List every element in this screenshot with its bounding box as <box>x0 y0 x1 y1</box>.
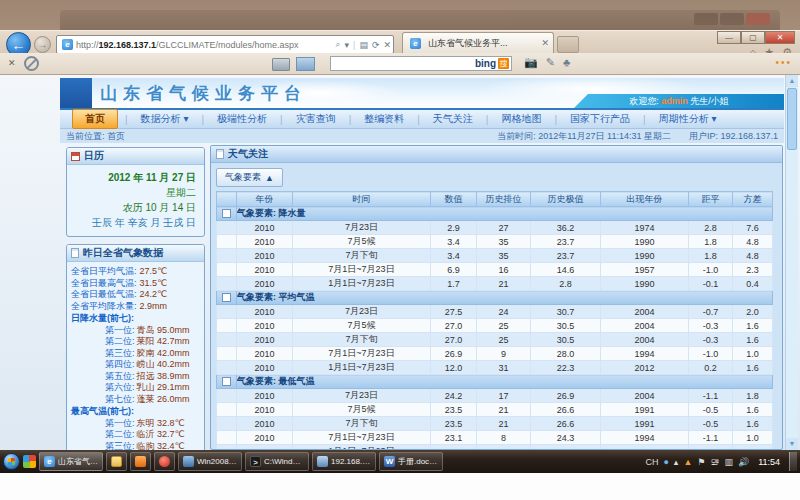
browser-tab[interactable]: e 山东省气候业务平... ✕ <box>402 32 554 53</box>
action-center-flag-icon[interactable]: ⚑ <box>697 457 705 467</box>
volume-icon[interactable]: 🔊 <box>738 457 749 467</box>
row-spacer-cell <box>217 431 237 445</box>
menu-item-首页[interactable]: 首页 <box>72 109 118 129</box>
group-checkbox-cell[interactable] <box>217 375 237 389</box>
search-icon[interactable]: ⌕ <box>335 39 340 50</box>
scroll-down-icon[interactable]: ▼ <box>786 438 798 450</box>
tab-favicon: e <box>410 38 421 49</box>
security-alert-icon[interactable]: ▲ <box>683 457 692 467</box>
table-row[interactable]: 20107月23日27.52430.72004-0.72.0 <box>217 305 773 319</box>
table-row[interactable]: 20107月5候3.43523.719901.84.8 <box>217 235 773 249</box>
page-scrollbar[interactable]: ▲ ▼ <box>785 75 798 450</box>
compatibility-icon[interactable]: ▤ <box>359 40 368 50</box>
tray-expand-icon[interactable]: ▴ <box>674 457 679 467</box>
menu-bar: 首页|数据分析 ▾|极端性分析|灾害查询|整编资料|天气关注|网格地图|国家下行… <box>60 110 784 129</box>
toolbar-close-icon[interactable]: ✕ <box>8 58 16 68</box>
group-checkbox-cell[interactable] <box>217 207 237 221</box>
table-cell: 23.5 <box>431 403 477 417</box>
table-row[interactable]: 20107月23日24.21726.92004-1.11.8 <box>217 389 773 403</box>
rank-label: 第二位: <box>105 336 135 346</box>
network-icon[interactable]: ▥ <box>724 457 733 467</box>
header-cell[interactable]: 年份 <box>237 192 293 207</box>
dropdown-caret-icon[interactable]: ▾ <box>345 40 350 50</box>
header-cell[interactable]: 出现年份 <box>601 192 689 207</box>
group-checkbox-cell[interactable] <box>217 291 237 305</box>
table-cell: 26.6 <box>531 403 601 417</box>
scrollbar-thumb[interactable] <box>787 88 797 150</box>
group-label: 气象要素: 平均气温 <box>237 291 773 305</box>
url-text[interactable]: http://192.168.137.1/GLCCLIMATE/modules/… <box>76 40 335 50</box>
menu-item-周期性分析[interactable]: 周期性分析 ▾ <box>647 110 729 128</box>
address-bar[interactable]: e http://192.168.137.1/GLCCLIMATE/module… <box>56 35 394 54</box>
element-filter-button[interactable]: 气象要素 ▲ <box>216 168 283 187</box>
close-button[interactable]: ✕ <box>765 31 795 44</box>
table-cell: 17 <box>477 389 531 403</box>
taskbar-button-folder[interactable] <box>106 452 127 471</box>
stop-icon[interactable]: ✕ <box>383 40 391 50</box>
menu-item-数据分析[interactable]: 数据分析 ▾ <box>129 110 201 128</box>
taskbar-button-win[interactable]: Win2008 (VS2... <box>178 452 242 471</box>
table-row[interactable]: 20101月1日~7月23日1.7212.81990-0.10.4 <box>217 277 773 291</box>
share-icon[interactable]: ♣ <box>563 56 570 69</box>
panel-icon <box>216 149 224 159</box>
show-desktop-button[interactable] <box>789 452 797 471</box>
language-indicator[interactable]: CH <box>645 457 658 467</box>
checkbox-icon[interactable] <box>222 209 231 218</box>
pinned-app-icon[interactable] <box>23 455 36 468</box>
more-options-icon[interactable]: ••• <box>775 57 792 68</box>
taskbar-clock[interactable]: 11:54 <box>754 457 784 467</box>
table-row[interactable]: 20107月1日~7月23日6.91614.61957-1.02.3 <box>217 263 773 277</box>
header-cell[interactable]: 历史排位 <box>477 192 531 207</box>
background-window-titlebar <box>60 10 780 30</box>
table-row[interactable]: 20107月1日~7月23日23.1824.31994-1.11.0 <box>217 431 773 445</box>
menu-item-网格地图[interactable]: 网格地图 <box>489 110 553 128</box>
table-cell: 2.0 <box>733 305 773 319</box>
mail-icon[interactable] <box>296 57 315 71</box>
taskbar-button-remote[interactable]: 192.168.59.99... <box>312 452 376 471</box>
network-status-icon[interactable]: ● <box>663 457 668 467</box>
table-row[interactable]: 20107月23日2.92736.219742.87.6 <box>217 221 773 235</box>
header-cell[interactable]: 数值 <box>431 192 477 207</box>
table-row[interactable]: 20107月1日~7月23日26.9928.01994-1.01.0 <box>217 347 773 361</box>
group-row[interactable]: 气象要素: 降水量 <box>217 207 773 221</box>
menu-item-整编资料[interactable]: 整编资料 <box>352 110 416 128</box>
taskbar-button-ie[interactable]: e山东省气候业... <box>39 452 103 471</box>
menu-item-灾害查询[interactable]: 灾害查询 <box>284 110 348 128</box>
start-button[interactable] <box>3 453 20 470</box>
menu-item-国家下行产品[interactable]: 国家下行产品 <box>558 110 642 128</box>
header-cell[interactable]: 距平 <box>689 192 733 207</box>
card-icon[interactable] <box>272 58 290 71</box>
table-cell: 23.5 <box>431 417 477 431</box>
forward-button[interactable]: → <box>34 36 51 53</box>
group-row[interactable]: 气象要素: 最低气温 <box>217 375 773 389</box>
toolbar-search-box[interactable]: bing 搜 <box>330 56 512 71</box>
menu-item-天气关注[interactable]: 天气关注 <box>421 110 485 128</box>
taskbar-button-orange[interactable] <box>130 452 151 471</box>
table-row[interactable]: 20107月5候27.02530.52004-0.31.6 <box>217 319 773 333</box>
table-row[interactable]: 20101月1日~7月23日12.03122.320120.21.6 <box>217 361 773 375</box>
scroll-up-icon[interactable]: ▲ <box>786 75 798 87</box>
header-cell[interactable]: 时间 <box>293 192 431 207</box>
taskbar-button-cmd[interactable]: >C:\Windows\sy... <box>245 452 309 471</box>
table-row[interactable]: 20107月下旬3.43523.719901.84.8 <box>217 249 773 263</box>
header-cell[interactable]: 历史极值 <box>531 192 601 207</box>
refresh-icon[interactable]: ⟳ <box>372 40 380 50</box>
menu-item-极端性分析[interactable]: 极端性分析 <box>205 110 279 128</box>
taskbar-button-word[interactable]: W手册.docx ... <box>379 452 443 471</box>
checkbox-icon[interactable] <box>222 293 231 302</box>
table-row[interactable]: 20107月下旬23.52126.61991-0.51.6 <box>217 417 773 431</box>
minimize-button[interactable]: — <box>717 31 741 44</box>
checkbox-icon[interactable] <box>222 377 231 386</box>
table-row[interactable]: 20107月下旬27.02530.52004-0.31.6 <box>217 333 773 347</box>
search-engine-icon[interactable]: 搜 <box>498 58 509 69</box>
tab-close-icon[interactable]: ✕ <box>541 38 549 48</box>
header-cell[interactable]: 方差 <box>733 192 773 207</box>
taskbar-button-red[interactable] <box>154 452 175 471</box>
new-tab-button[interactable] <box>557 36 579 53</box>
pen-icon[interactable]: ✎ <box>546 56 555 69</box>
maximize-button[interactable]: ▢ <box>741 31 765 44</box>
display-icon[interactable]: 🖳 <box>710 457 719 467</box>
table-row[interactable]: 20107月5候23.52126.61991-0.51.6 <box>217 403 773 417</box>
group-row[interactable]: 气象要素: 平均气温 <box>217 291 773 305</box>
camera-icon[interactable]: 📷 <box>524 56 538 69</box>
